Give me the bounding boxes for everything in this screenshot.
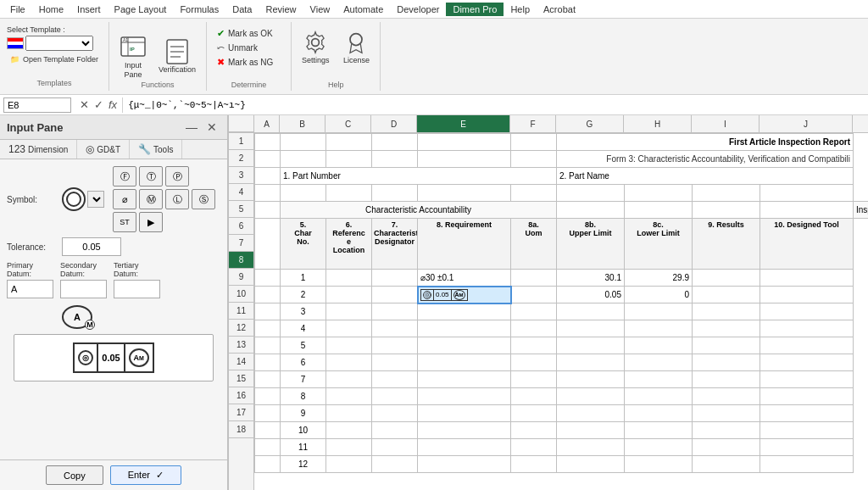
- cell-A3[interactable]: [255, 168, 281, 185]
- row-num-7[interactable]: 7: [229, 235, 253, 252]
- menu-insert[interactable]: Insert: [70, 3, 108, 16]
- cell-G10[interactable]: [557, 320, 625, 337]
- cell-A5[interactable]: [255, 202, 281, 219]
- col-header-E[interactable]: E: [417, 115, 510, 132]
- cell-E6[interactable]: 8. Requirement: [418, 219, 511, 270]
- cell-F8[interactable]: [511, 287, 557, 303]
- cell-B7[interactable]: 1: [281, 270, 326, 287]
- col-header-F[interactable]: F: [510, 115, 556, 132]
- menu-data[interactable]: Data: [225, 3, 259, 16]
- cell-E10[interactable]: [418, 320, 511, 337]
- cell-G11[interactable]: [557, 337, 625, 354]
- cell-I13[interactable]: [693, 371, 760, 388]
- cell-D9[interactable]: [372, 303, 418, 320]
- confirm-formula-icon[interactable]: ✓: [94, 98, 103, 111]
- cell-G18[interactable]: [557, 456, 625, 473]
- cell-C6[interactable]: 6.ReferenceLocation: [326, 219, 372, 270]
- cell-A8[interactable]: [255, 287, 281, 303]
- cell-I7[interactable]: [693, 270, 760, 287]
- cell-F16[interactable]: [511, 422, 557, 439]
- cell-A17[interactable]: [255, 439, 281, 456]
- cell-F2[interactable]: [511, 151, 557, 168]
- cell-B12[interactable]: 6: [281, 354, 326, 371]
- cell-B1[interactable]: [281, 134, 326, 151]
- cell-J9[interactable]: [760, 303, 854, 320]
- row-num-11[interactable]: 11: [229, 303, 253, 320]
- col-header-I[interactable]: I: [692, 115, 760, 132]
- cell-E14[interactable]: [418, 388, 511, 405]
- cell-C14[interactable]: [326, 388, 372, 405]
- row-num-17[interactable]: 17: [229, 404, 253, 421]
- sym-btn-arrow[interactable]: ▶: [139, 212, 163, 232]
- cell-G15[interactable]: [557, 405, 625, 422]
- cell-D4[interactable]: [372, 185, 418, 202]
- row-num-2[interactable]: 2: [229, 150, 253, 167]
- input-pane-button[interactable]: A1 IP InputPane: [116, 32, 150, 81]
- sym-btn-no-symbol[interactable]: ⌀: [113, 189, 136, 209]
- menu-developer[interactable]: Developer: [390, 3, 446, 16]
- cell-I12[interactable]: [693, 354, 760, 371]
- enter-button[interactable]: Enter ✓: [110, 465, 181, 485]
- cell-B10[interactable]: 4: [281, 320, 326, 337]
- row-num-6[interactable]: 6: [229, 218, 253, 235]
- cell-D7[interactable]: [372, 270, 418, 287]
- cell-E16[interactable]: [418, 422, 511, 439]
- cell-J14[interactable]: [760, 388, 854, 405]
- col-header-J[interactable]: J: [760, 115, 853, 132]
- sym-btn-m[interactable]: Ⓜ: [139, 189, 163, 209]
- cell-C2[interactable]: [326, 151, 372, 168]
- cell-G5[interactable]: [625, 202, 693, 219]
- cell-J4[interactable]: [760, 185, 854, 202]
- col-header-D[interactable]: D: [371, 115, 417, 132]
- cell-G17[interactable]: [557, 439, 625, 456]
- cell-F5[interactable]: [557, 202, 625, 219]
- row-num-18[interactable]: 18: [229, 421, 253, 438]
- cell-G4[interactable]: [557, 185, 625, 202]
- symbol-dropdown[interactable]: ▼: [87, 191, 104, 208]
- col-header-B[interactable]: B: [280, 115, 326, 132]
- row-num-16[interactable]: 16: [229, 387, 253, 404]
- cell-A2[interactable]: [255, 151, 281, 168]
- cell-B6[interactable]: 5.CharNo.: [281, 219, 326, 270]
- cell-G14[interactable]: [557, 388, 625, 405]
- sym-btn-p[interactable]: Ⓟ: [165, 166, 189, 187]
- cell-F12[interactable]: [511, 354, 557, 371]
- cell-I16[interactable]: [693, 422, 760, 439]
- cell-F1[interactable]: [511, 134, 557, 151]
- cell-C18[interactable]: [326, 456, 372, 473]
- cell-C1[interactable]: [326, 134, 372, 151]
- cell-C4[interactable]: [326, 185, 372, 202]
- cell-E2[interactable]: [418, 151, 511, 168]
- unmark-button[interactable]: ⤺ Unmark: [214, 42, 261, 54]
- cell-I18[interactable]: [693, 456, 760, 473]
- cell-J7[interactable]: [760, 270, 854, 287]
- cell-J10[interactable]: [760, 320, 854, 337]
- row-num-5[interactable]: 5: [229, 201, 253, 218]
- cell-H8[interactable]: 0: [625, 287, 693, 303]
- cell-H5[interactable]: [693, 202, 760, 219]
- cell-A6[interactable]: [255, 219, 281, 270]
- cell-F10[interactable]: [511, 320, 557, 337]
- cell-F18[interactable]: [511, 456, 557, 473]
- cell-J13[interactable]: [760, 371, 854, 388]
- cell-G9[interactable]: [557, 303, 625, 320]
- cell-A9[interactable]: [255, 303, 281, 320]
- sym-btn-l[interactable]: Ⓛ: [165, 189, 189, 209]
- menu-review[interactable]: Review: [259, 3, 303, 16]
- cell-C9[interactable]: [326, 303, 372, 320]
- mark-ng-button[interactable]: ✖ Mark as NG: [214, 56, 276, 69]
- row-num-8[interactable]: 8: [229, 252, 253, 269]
- cell-H14[interactable]: [625, 388, 693, 405]
- cell-C17[interactable]: [326, 439, 372, 456]
- cell-G3-partname[interactable]: 2. Part Name: [557, 168, 854, 185]
- cell-B2[interactable]: [281, 151, 326, 168]
- formula-input[interactable]: [122, 97, 865, 113]
- cell-H9[interactable]: [625, 303, 693, 320]
- cell-I15[interactable]: [693, 405, 760, 422]
- copy-button[interactable]: Copy: [46, 465, 103, 485]
- menu-help[interactable]: Help: [504, 3, 537, 16]
- cell-D2[interactable]: [372, 151, 418, 168]
- cell-C15[interactable]: [326, 405, 372, 422]
- cell-G2-subtitle[interactable]: Form 3: Characteristic Accountability, V…: [557, 151, 854, 168]
- cell-A14[interactable]: [255, 388, 281, 405]
